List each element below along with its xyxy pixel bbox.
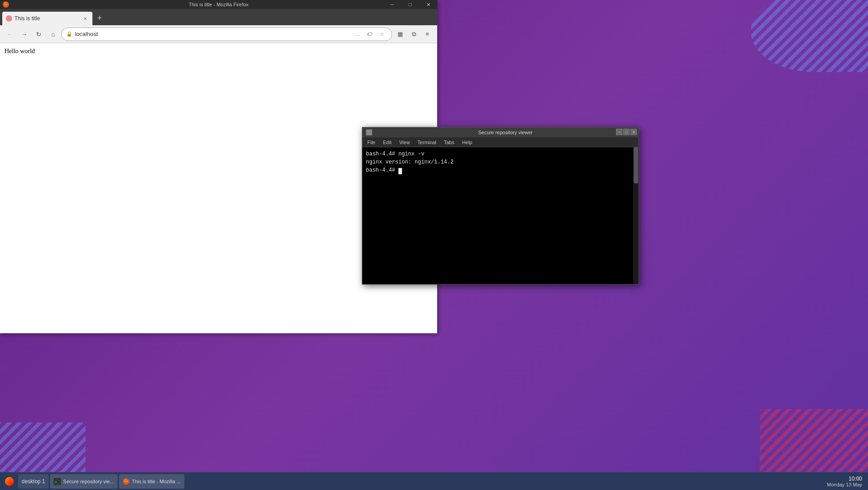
terminal-line-1: bash-4.4# nginx -v	[366, 150, 635, 158]
new-tab-button[interactable]: +	[93, 12, 106, 24]
clock-date: Monday 13 May	[827, 482, 862, 487]
terminal-titlebar: Secure repository viewer ─ □ ✕	[362, 127, 639, 137]
decoration-top-right	[733, 0, 868, 81]
menu-help[interactable]: Help	[459, 139, 475, 146]
taskbar-desktop-label: desktop 1	[22, 478, 45, 485]
more-button[interactable]: …	[352, 29, 363, 40]
address-bar[interactable]: 🔒 localhost … 🏷 ☆	[61, 27, 392, 41]
terminal-app-icon	[366, 129, 372, 136]
tab-close-button[interactable]: ✕	[82, 15, 89, 22]
taskbar-item-firefox[interactable]: This is title - Mozilla ...	[119, 474, 184, 489]
terminal-cursor	[398, 168, 402, 174]
terminal-scrollbar[interactable]	[633, 147, 639, 284]
menu-view[interactable]: View	[397, 139, 413, 146]
menu-terminal[interactable]: Terminal	[415, 139, 439, 146]
terminal-line-2: nginx version: nginx/1.14.2	[366, 158, 635, 166]
firefox-toolbar: ← → ↻ ⌂ 🔒 localhost … 🏷 ☆ ▦ ⧉ ≡	[0, 25, 437, 43]
home-button[interactable]: ⌂	[47, 28, 59, 41]
terminal-maximize-button[interactable]: □	[623, 129, 630, 135]
start-icon	[5, 477, 14, 486]
taskbar-terminal-label: Secure repository vie...	[63, 479, 114, 484]
terminal-window: Secure repository viewer ─ □ ✕ File Edit…	[362, 127, 639, 285]
terminal-window-controls: ─ □ ✕	[616, 129, 637, 135]
pocket-button[interactable]: 🏷	[364, 29, 375, 40]
maximize-button[interactable]: □	[401, 0, 419, 9]
firefox-titlebar: This is title - Mozilla Firefox ─ □ ✕	[0, 0, 437, 9]
browser-tab-active[interactable]: This is title ✕	[2, 12, 92, 25]
forward-button[interactable]: →	[18, 28, 31, 41]
svg-text:>_: >_	[55, 480, 59, 484]
terminal-close-button[interactable]: ✕	[630, 129, 637, 135]
menu-tabs[interactable]: Tabs	[441, 139, 457, 146]
terminal-line-3: bash-4.4#	[366, 166, 635, 174]
taskbar-firefox-label: This is title - Mozilla ...	[132, 479, 181, 484]
address-actions: … 🏷 ☆	[352, 29, 387, 40]
terminal-body[interactable]: bash-4.4# nginx -v nginx version: nginx/…	[362, 147, 639, 284]
taskbar: desktop 1 >_ Secure repository vie... Th…	[0, 472, 868, 490]
firefox-icon	[2, 1, 9, 8]
terminal-menubar: File Edit View Terminal Tabs Help	[362, 137, 639, 147]
page-body-text: Hello world	[5, 48, 433, 55]
taskbar-item-terminal[interactable]: >_ Secure repository vie...	[50, 474, 118, 489]
tab-favicon	[6, 15, 12, 22]
firefox-title-text: This is title - Mozilla Firefox	[189, 2, 249, 7]
decoration-bottom-right	[755, 409, 868, 476]
address-text: localhost	[75, 31, 350, 37]
tab-title: This is title	[14, 15, 40, 22]
reload-button[interactable]: ↻	[32, 28, 45, 41]
menu-edit[interactable]: Edit	[380, 139, 394, 146]
terminal-scrollbar-thumb[interactable]	[634, 147, 638, 183]
back-button[interactable]: ←	[4, 28, 16, 41]
firefox-tabbar: This is title ✕ +	[0, 9, 437, 25]
menu-button[interactable]: ≡	[421, 28, 434, 41]
toolbar-right: ▦ ⧉ ≡	[394, 28, 434, 41]
menu-file[interactable]: File	[365, 139, 378, 146]
terminal-taskbar-icon: >_	[54, 478, 61, 485]
decoration-bottom-left	[0, 422, 90, 476]
taskbar-desktop-button[interactable]: desktop 1	[18, 474, 49, 489]
terminal-title-text: Secure repository viewer	[376, 130, 635, 135]
secure-icon: 🔒	[66, 31, 73, 37]
close-button[interactable]: ✕	[419, 0, 437, 9]
taskbar-clock: 10:00 Monday 13 May	[823, 476, 866, 487]
bookmark-button[interactable]: ☆	[376, 29, 387, 40]
taskbar-start-button[interactable]	[2, 474, 17, 489]
firefox-taskbar-icon	[123, 478, 130, 485]
reading-list-button[interactable]: ▦	[394, 28, 407, 41]
firefox-window-controls: ─ □ ✕	[383, 0, 437, 9]
terminal-minimize-button[interactable]: ─	[616, 129, 622, 135]
clock-time: 10:00	[849, 476, 862, 482]
minimize-button[interactable]: ─	[383, 0, 401, 9]
split-view-button[interactable]: ⧉	[407, 28, 420, 41]
